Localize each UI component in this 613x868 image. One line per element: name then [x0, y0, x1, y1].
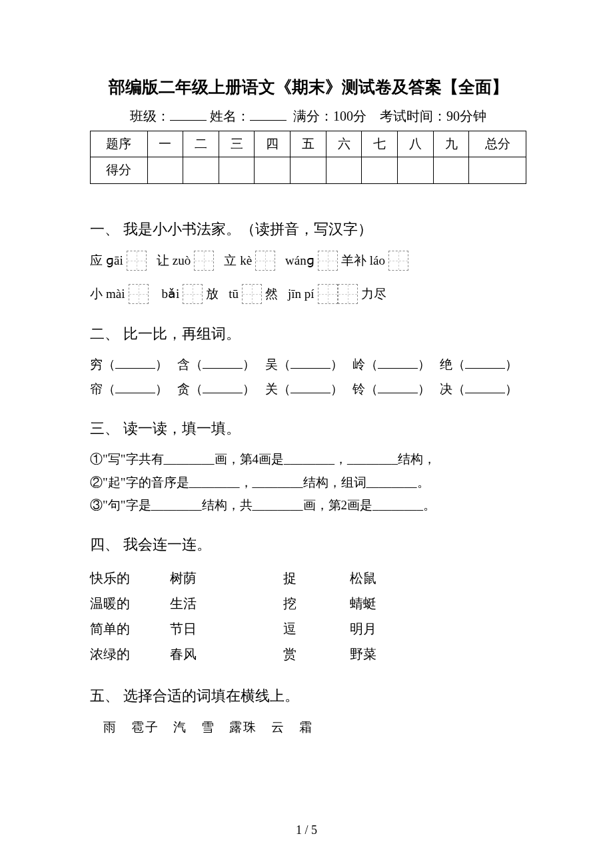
score-cell[interactable] — [255, 157, 291, 183]
th-col: 三 — [219, 131, 255, 157]
class-blank[interactable] — [170, 107, 207, 121]
score-cell[interactable] — [398, 157, 434, 183]
cell[interactable]: 温暖的 — [90, 591, 170, 616]
score-table: 题序 一 二 三 四 五 六 七 八 九 总分 得分 — [90, 131, 526, 184]
q2-char: 帘 — [90, 382, 103, 396]
cell[interactable]: 树荫 — [170, 565, 283, 591]
th-col: 九 — [433, 131, 469, 157]
pinyin-row-1: 应ɡāi 让zuò 立kè wánɡ羊补láo — [90, 250, 526, 271]
cell[interactable]: 节日 — [170, 616, 283, 641]
cell[interactable]: 简单的 — [90, 616, 170, 641]
cell[interactable]: 松鼠 — [350, 565, 416, 591]
score-cell[interactable] — [291, 157, 326, 183]
cell[interactable]: 挖 — [283, 591, 350, 616]
cell[interactable]: 明月 — [350, 616, 416, 641]
score-cell[interactable] — [147, 157, 183, 183]
hanzi-box[interactable] — [388, 251, 408, 271]
hanzi-box[interactable] — [318, 284, 338, 304]
hanzi-box[interactable] — [338, 284, 358, 304]
hanzi-box[interactable] — [129, 284, 149, 304]
th-col: 总分 — [469, 131, 526, 157]
pre: 应 — [90, 251, 103, 271]
page-title: 部编版二年级上册语文《期末》测试卷及答案【全面】 — [90, 73, 526, 100]
pinyin: láo — [370, 251, 385, 271]
pinyin: jīn pí — [288, 284, 314, 304]
pre: 让 — [157, 251, 169, 271]
matching-table: 快乐的树荫捉松鼠 温暖的生活挖蜻蜓 简单的节日逗明月 浓绿的春风赏野菜 — [90, 565, 416, 667]
score-cell[interactable] — [183, 157, 219, 183]
blank[interactable] — [465, 368, 505, 369]
cell[interactable]: 赏 — [283, 641, 350, 667]
q2-char: 铃 — [352, 382, 365, 396]
cell[interactable]: 春风 — [170, 641, 283, 667]
score-cell[interactable] — [219, 157, 255, 183]
cell[interactable]: 野菜 — [350, 641, 416, 667]
hanzi-box[interactable] — [318, 251, 338, 271]
q2-char: 决 — [440, 382, 452, 396]
blank[interactable] — [203, 368, 243, 369]
score-cell[interactable] — [469, 157, 526, 183]
blank[interactable] — [203, 393, 243, 393]
score-cell[interactable] — [326, 157, 362, 183]
section-1-title: 一、 我是小小书法家。（读拼音，写汉字） — [90, 217, 526, 241]
cell[interactable]: 捉 — [283, 565, 350, 591]
th-col: 四 — [255, 131, 291, 157]
blank[interactable] — [378, 393, 418, 393]
th-col: 八 — [398, 131, 434, 157]
table-row: 题序 一 二 三 四 五 六 七 八 九 总分 — [91, 131, 526, 157]
th-label: 题序 — [91, 131, 148, 157]
blank[interactable] — [115, 393, 155, 393]
class-label: 班级： — [130, 109, 170, 123]
q2-char: 贪 — [177, 382, 190, 396]
score-cell[interactable] — [362, 157, 398, 183]
blank[interactable] — [291, 393, 330, 393]
section-3-title: 三、 读一读，填一填。 — [90, 417, 526, 440]
section-4-title: 四、 我会连一连。 — [90, 533, 526, 556]
cell[interactable]: 逗 — [283, 616, 350, 641]
table-row: 快乐的树荫捉松鼠 — [90, 565, 416, 591]
th-col: 一 — [147, 131, 183, 157]
cell[interactable]: 快乐的 — [90, 565, 170, 591]
blank[interactable] — [291, 368, 330, 369]
pinyin: zuò — [173, 251, 191, 271]
th-col: 七 — [362, 131, 398, 157]
time-label: 考试时间：90分钟 — [380, 109, 486, 123]
q3-line: ③"句"字是________结构，共________画，第2画是________… — [90, 495, 526, 515]
pinyin: tū — [229, 284, 239, 304]
hanzi-box[interactable] — [242, 284, 262, 304]
pinyin: bǎi — [162, 284, 180, 304]
blank[interactable] — [115, 368, 155, 369]
th-col: 五 — [291, 131, 326, 157]
hanzi-box[interactable] — [127, 251, 147, 271]
q2-char: 穷 — [90, 357, 103, 371]
td-label: 得分 — [91, 157, 148, 183]
q2-row-2: 帘（） 贪（） 关（） 铃（） 决（） — [90, 379, 526, 399]
table-row: 浓绿的春风赏野菜 — [90, 641, 416, 667]
cell[interactable]: 生活 — [170, 591, 283, 616]
blank[interactable] — [465, 393, 505, 393]
q3-line: ②"起"字的音序是________，________结构，组词________。 — [90, 473, 526, 493]
table-row: 得分 — [91, 157, 526, 183]
q2-char: 绝 — [440, 357, 452, 371]
page-number: 1 / 5 — [0, 821, 613, 840]
table-row: 简单的节日逗明月 — [90, 616, 416, 641]
pinyin: wánɡ — [285, 251, 314, 271]
score-cell[interactable] — [433, 157, 469, 183]
pinyin: kè — [240, 251, 252, 271]
post: 羊补 — [341, 251, 366, 271]
blank[interactable] — [378, 368, 418, 369]
q2-char: 吴 — [265, 357, 278, 371]
pinyin-row-2: 小mài bǎi放 tū然 jīn pí力尽 — [90, 283, 526, 305]
name-blank[interactable] — [250, 107, 287, 121]
name-label: 姓名： — [210, 109, 250, 123]
q2-char: 含 — [177, 357, 190, 371]
hanzi-box[interactable] — [183, 284, 203, 304]
cell[interactable]: 蜻蜓 — [350, 591, 416, 616]
hanzi-box[interactable] — [194, 251, 214, 271]
hanzi-box[interactable] — [255, 251, 275, 271]
q3-line: ①"写"字共有________画，第4画是________，________结构… — [90, 449, 526, 469]
section-5-title: 五、 选择合适的词填在横线上。 — [90, 684, 526, 707]
word-bank: 雨 雹子 汽 雪 露珠 云 霜 — [103, 717, 526, 737]
score-label: 满分：100分 — [293, 109, 366, 123]
cell[interactable]: 浓绿的 — [90, 641, 170, 667]
